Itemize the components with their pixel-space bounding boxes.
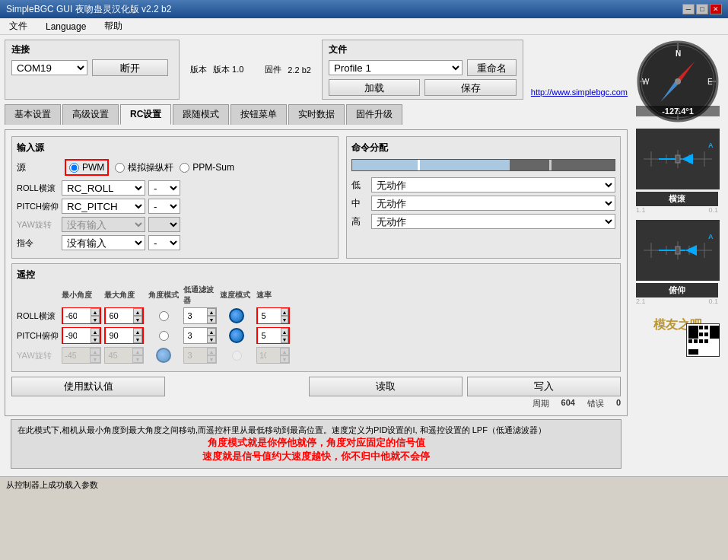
roll-angle-mode-radio[interactable] (159, 311, 169, 321)
mid-label: 中 (351, 197, 367, 210)
pitch-rc-label: PITCH俯仰 (17, 330, 59, 342)
pitch-min-up-btn[interactable]: ▲ (91, 328, 100, 336)
cmd-trim-select[interactable]: - (148, 235, 180, 250)
minimize-button[interactable]: ─ (682, 4, 695, 14)
disconnect-button[interactable]: 断开 (92, 59, 168, 76)
menu-language[interactable]: Language (43, 20, 89, 33)
pitch-lpf-up-btn[interactable]: ▲ (207, 328, 216, 336)
tab-realtime[interactable]: 实时数据 (288, 104, 345, 125)
low-action-select[interactable]: 无动作 (371, 177, 615, 192)
yaw-rate-input (257, 348, 280, 363)
status-line1: 在此模式下,相机从最小角度到最大角度之间移动,而遥控杆里从最低移动到最高位置。速… (17, 425, 470, 434)
pitch-speed-mode-toggle[interactable] (229, 328, 244, 343)
roll-speed-mode-toggle[interactable] (229, 308, 244, 323)
source-ppm-radio[interactable] (180, 163, 189, 173)
yaw-min-up-btn: ▲ (90, 348, 100, 355)
roll-min-up-btn[interactable]: ▲ (91, 308, 100, 316)
pitch-lpf-down-btn[interactable]: ▼ (207, 336, 216, 343)
roll-lpf-down-btn[interactable]: ▼ (207, 316, 216, 323)
com-port-select[interactable]: COM19 (11, 60, 87, 75)
pitch-rate-input[interactable] (258, 328, 281, 343)
pitch-gauge-nums: 2.1 0.1 (636, 298, 718, 305)
compass-value: -127.4 (662, 107, 685, 116)
roll-lpf-input[interactable] (184, 308, 207, 323)
window-title: SimpleBGC GUI 夜吻蛊灵汉化版 v2.2 b2 (6, 3, 171, 16)
tab-advanced[interactable]: 高级设置 (62, 104, 119, 125)
right-panel: N S E W -127.4°1 (632, 40, 723, 472)
svg-rect-22 (676, 155, 680, 163)
menu-file[interactable]: 文件 (6, 18, 30, 34)
profile-select[interactable]: Profile 1 (329, 60, 463, 75)
cmd-label: 指令 (17, 237, 59, 249)
tab-firmware[interactable]: 固件升级 (346, 104, 402, 125)
rename-button[interactable]: 重命名 (467, 59, 517, 76)
tab-button-menu[interactable]: 按钮菜单 (230, 104, 287, 125)
version-value: 版本 1.0 (213, 64, 243, 75)
high-action-select[interactable]: 无动作 (371, 214, 615, 229)
pitch-trim-select[interactable]: - (148, 199, 180, 214)
roll-trim-select[interactable]: - (148, 180, 180, 196)
roll-label: ROLL横滚 (17, 183, 59, 194)
yaw-src-select[interactable]: 没有输入 (62, 217, 145, 232)
roll-min-angle-input[interactable] (63, 308, 91, 323)
tab-basic[interactable]: 基本设置 (5, 104, 61, 125)
roll-src-select[interactable]: RC_ROLL (62, 180, 145, 196)
maximize-button[interactable]: □ (696, 4, 708, 14)
use-default-button[interactable]: 使用默认值 (11, 377, 165, 396)
save-button[interactable]: 保存 (424, 79, 516, 96)
pitch-max-up-btn[interactable]: ▲ (133, 328, 142, 336)
roll-rate-up-btn[interactable]: ▲ (281, 308, 288, 316)
source-pwm-radio[interactable] (69, 163, 79, 173)
window-controls: ─ □ ✕ (682, 4, 722, 14)
roll-min-down-btn[interactable]: ▼ (91, 316, 100, 323)
mid-action-select[interactable]: 无动作 (371, 196, 615, 211)
roll-max-up-btn[interactable]: ▲ (133, 308, 142, 316)
pitch-max-angle-input[interactable] (106, 328, 133, 343)
watermark-area: 模友之吧 (636, 311, 720, 357)
tab-follow[interactable]: 跟随模式 (173, 104, 229, 125)
roll-rate-down-btn[interactable]: ▼ (281, 316, 288, 323)
tabs: 基本设置 高级设置 RC设置 跟随模式 按钮菜单 实时数据 固件升级 (5, 104, 628, 125)
pitch-rate-up-btn[interactable]: ▲ (281, 328, 288, 336)
close-button[interactable]: ✕ (710, 4, 722, 14)
pitch-src-select[interactable]: RC_PITCH (62, 199, 145, 214)
write-button[interactable]: 写入 (467, 377, 621, 396)
roll-gauge-label: 横滚 (636, 192, 718, 206)
yaw-lpf-up-btn: ▲ (207, 348, 216, 355)
svg-point-11 (675, 78, 681, 84)
roll-max-down-btn[interactable]: ▼ (133, 316, 142, 323)
yaw-rc-label: YAW旋转 (17, 350, 59, 361)
source-analog-label: 模拟操纵杆 (128, 161, 173, 174)
connection-label: 连接 (11, 43, 173, 56)
roll-gauge-nums: 1.1 0.1 (636, 206, 718, 214)
title-bar: SimpleBGC GUI 夜吻蛊灵汉化版 v2.2 b2 ─ □ ✕ (0, 0, 728, 18)
roll-rate-input[interactable] (258, 308, 281, 323)
website-link[interactable]: http://www.simplebgc.com (531, 88, 628, 97)
tab-rc[interactable]: RC设置 (120, 104, 171, 125)
pitch-lpf-input[interactable] (184, 328, 207, 343)
compass-unit: °1 (685, 107, 694, 116)
load-button[interactable]: 加载 (329, 79, 420, 96)
yaw-min-down-btn: ▼ (90, 355, 100, 363)
pitch-min-down-btn[interactable]: ▼ (91, 336, 100, 343)
tab-content-rc: 输入源 源 PWM 模拟操纵杆 (5, 129, 628, 416)
read-button[interactable]: 读取 (309, 377, 463, 396)
pitch-rate-down-btn[interactable]: ▼ (281, 336, 288, 343)
cmd-src-select[interactable]: 没有输入 (62, 235, 145, 250)
angle-mode-header: 角度模式 (147, 290, 180, 301)
pitch-angle-mode-radio[interactable] (159, 331, 169, 341)
status-line2: LPF（低通滤波器） (472, 425, 546, 434)
roll-max-angle-input[interactable] (106, 308, 133, 323)
menu-help[interactable]: 帮助 (101, 18, 126, 34)
cycle-value: 604 (561, 398, 575, 409)
source-label: 源 (17, 161, 59, 174)
source-analog-radio[interactable] (115, 163, 125, 173)
pitch-min-angle-input[interactable] (63, 328, 91, 343)
yaw-min-angle-input (62, 348, 90, 363)
cmd-dist-label: 命令分配 (351, 142, 615, 154)
pitch-max-down-btn[interactable]: ▼ (133, 336, 142, 343)
roll-gauge-container: A 横滚 1.1 0.1 (636, 129, 720, 214)
roll-val1: 1.1 (636, 206, 646, 214)
yaw-trim-select[interactable] (148, 217, 180, 232)
roll-lpf-up-btn[interactable]: ▲ (207, 308, 216, 316)
